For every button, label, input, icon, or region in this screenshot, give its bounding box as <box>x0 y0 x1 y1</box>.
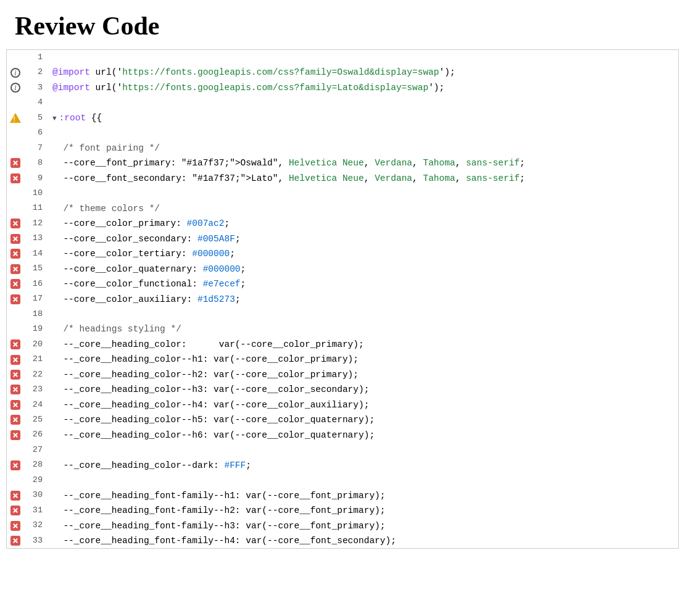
line-number: 15 <box>24 262 48 277</box>
line-right-spacer <box>641 65 678 80</box>
table-row: 4 <box>7 95 678 110</box>
line-number: 31 <box>24 503 48 518</box>
error-icon <box>10 158 20 168</box>
table-row: 5▼:root {{ <box>7 110 678 125</box>
table-row: 14 --core__color_tertiary: #000000; <box>7 246 678 261</box>
error-icon <box>10 400 20 410</box>
line-right-spacer <box>641 397 678 412</box>
fold-arrow[interactable]: ▼ <box>52 115 57 122</box>
line-icon-cell <box>7 307 24 322</box>
line-number: 24 <box>24 397 48 412</box>
line-number: 19 <box>24 322 48 336</box>
error-icon <box>10 294 20 304</box>
line-number: 33 <box>24 533 48 548</box>
table-row: 17 --core__color_auxiliary: #1d5273; <box>7 292 678 307</box>
line-icon-cell: i <box>7 65 24 80</box>
table-row: 6 <box>7 125 678 140</box>
line-right-spacer <box>641 473 678 488</box>
line-code: --_core__heading_color--h3: var(--core__… <box>48 382 641 397</box>
table-row: 33 --_core__heading_font-family--h4: var… <box>7 533 678 548</box>
line-code: --core__color_functional: #e7ecef; <box>48 277 641 291</box>
line-number: 11 <box>24 201 48 216</box>
line-code: ▼:root {{ <box>48 110 641 125</box>
table-row: 25 --_core__heading_color--h5: var(--cor… <box>7 412 678 427</box>
line-right-spacer <box>641 95 678 110</box>
line-right-spacer <box>641 382 678 397</box>
line-number: 28 <box>24 458 48 473</box>
line-number: 2 <box>24 65 48 80</box>
line-icon-cell <box>7 156 24 170</box>
error-icon <box>10 460 20 470</box>
line-code: --core__color_auxiliary: #1d5273; <box>48 292 641 307</box>
line-right-spacer <box>641 50 678 65</box>
table-row: 12 --core__color_primary: #007ac2; <box>7 216 678 231</box>
line-right-spacer <box>641 292 678 307</box>
error-icon <box>10 339 20 349</box>
error-icon <box>10 355 20 365</box>
error-icon <box>10 506 20 515</box>
line-code: --_core__heading_color: var(--core__colo… <box>48 337 641 352</box>
line-number: 5 <box>24 110 48 125</box>
line-icon-cell <box>7 443 24 457</box>
line-code: --core__font_secondary: "#1a7f37;">Lato"… <box>48 171 641 186</box>
line-code <box>48 307 641 322</box>
line-code: /* theme colors */ <box>48 201 641 216</box>
line-code: --_core__heading_font-family--h2: var(--… <box>48 503 641 518</box>
line-right-spacer <box>641 262 678 277</box>
line-number: 17 <box>24 292 48 307</box>
line-number: 25 <box>24 412 48 427</box>
line-right-spacer <box>641 337 678 352</box>
line-code: --_core__heading_font-family--h1: var(--… <box>48 488 641 503</box>
table-row: 30 --_core__heading_font-family--h1: var… <box>7 488 678 503</box>
line-right-spacer <box>641 186 678 201</box>
line-code: --_core__heading_font-family--h4: var(--… <box>48 533 641 548</box>
table-row: i2@import url('https://fonts.googleapis.… <box>7 65 678 80</box>
line-right-spacer <box>641 277 678 291</box>
code-container: 1 i2@import url('https://fonts.googleapi… <box>6 49 679 549</box>
line-right-spacer <box>641 307 678 322</box>
table-row: 1 <box>7 50 678 65</box>
table-row: 21 --_core__heading_color--h1: var(--cor… <box>7 352 678 367</box>
line-right-spacer <box>641 412 678 427</box>
line-icon-cell <box>7 382 24 397</box>
line-code <box>48 443 641 457</box>
line-number: 23 <box>24 382 48 397</box>
line-code <box>48 473 641 488</box>
error-icon <box>10 370 20 380</box>
line-right-spacer <box>641 533 678 548</box>
error-icon <box>10 385 20 394</box>
table-row: 24 --_core__heading_color--h4: var(--cor… <box>7 397 678 412</box>
table-row: 18 <box>7 307 678 322</box>
line-icon-cell <box>7 186 24 201</box>
line-icon-cell <box>7 473 24 488</box>
line-right-spacer <box>641 110 678 125</box>
line-code: --_core__heading_color--h6: var(--core__… <box>48 428 641 443</box>
line-icon-cell <box>7 125 24 140</box>
line-icon-cell <box>7 231 24 246</box>
line-number: 7 <box>24 141 48 156</box>
table-row: 15 --core__color_quaternary: #000000; <box>7 262 678 277</box>
line-right-spacer <box>641 156 678 170</box>
line-number: 14 <box>24 246 48 261</box>
line-icon-cell <box>7 503 24 518</box>
line-icon-cell <box>7 518 24 533</box>
line-right-spacer <box>641 80 678 95</box>
line-icon-cell <box>7 277 24 291</box>
line-icon-cell <box>7 216 24 231</box>
line-code: --core__color_quaternary: #000000; <box>48 262 641 277</box>
line-number: 3 <box>24 80 48 95</box>
line-right-spacer <box>641 367 678 382</box>
line-code: --core__color_tertiary: #000000; <box>48 246 641 261</box>
line-number: 20 <box>24 337 48 352</box>
line-icon-cell <box>7 488 24 503</box>
table-row: 28 --_core__heading_color--dark: #FFF; <box>7 458 678 473</box>
table-row: 29 <box>7 473 678 488</box>
line-icon-cell <box>7 458 24 473</box>
line-code: --core__font_primary: "#1a7f37;">Oswald"… <box>48 156 641 170</box>
table-row: 7 /* font pairing */ <box>7 141 678 156</box>
line-right-spacer <box>641 518 678 533</box>
table-row: 13 --core__color_secondary: #005A8F; <box>7 231 678 246</box>
line-code: /* font pairing */ <box>48 141 641 156</box>
table-row: 31 --_core__heading_font-family--h2: var… <box>7 503 678 518</box>
line-right-spacer <box>641 201 678 216</box>
